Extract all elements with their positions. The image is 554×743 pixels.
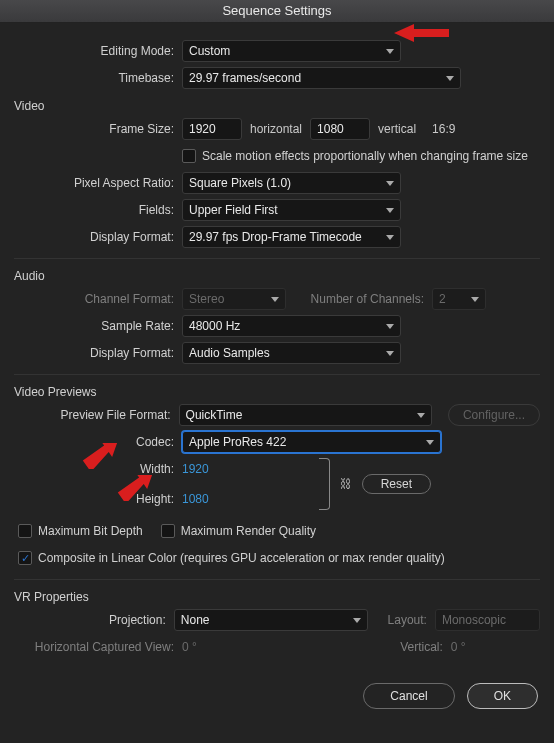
projection-label: Projection:	[14, 613, 174, 627]
video-display-format-label: Display Format:	[14, 230, 182, 244]
ok-button[interactable]: OK	[467, 683, 538, 709]
chevron-down-icon	[471, 297, 479, 302]
num-channels-label: Number of Channels:	[286, 292, 432, 306]
chevron-down-icon	[353, 618, 361, 623]
preview-file-format-label: Preview File Format:	[14, 408, 179, 422]
sample-rate-label: Sample Rate:	[14, 319, 182, 333]
audio-section-header: Audio	[14, 269, 540, 283]
checkbox-icon	[161, 524, 175, 538]
horizontal-label: horizontal	[250, 122, 302, 136]
previews-section-header: Video Previews	[14, 385, 540, 399]
chevron-down-icon	[386, 324, 394, 329]
frame-width-input[interactable]: 1920	[182, 118, 242, 140]
frame-height-input[interactable]: 1080	[310, 118, 370, 140]
timebase-value: 29.97 frames/second	[189, 71, 301, 85]
vertical-label: vertical	[378, 122, 416, 136]
divider	[14, 258, 540, 259]
horiz-captured-value: 0 °	[182, 640, 197, 654]
chevron-down-icon	[386, 208, 394, 213]
layout-value: Monoscopic	[442, 613, 506, 627]
video-display-format-value: 29.97 fps Drop-Frame Timecode	[189, 230, 362, 244]
horiz-captured-label: Horizontal Captured View:	[14, 640, 182, 654]
sample-rate-select[interactable]: 48000 Hz	[182, 315, 401, 337]
projection-select[interactable]: None	[174, 609, 368, 631]
max-bit-depth-checkbox[interactable]: Maximum Bit Depth	[18, 524, 143, 538]
link-icon[interactable]: ⛓	[340, 477, 352, 491]
fields-value: Upper Field First	[189, 203, 278, 217]
audio-display-format-select[interactable]: Audio Samples	[182, 342, 401, 364]
preview-width-value[interactable]: 1920	[182, 462, 209, 476]
chevron-down-icon	[271, 297, 279, 302]
preview-file-format-value: QuickTime	[186, 408, 243, 422]
num-channels-select: 2	[432, 288, 486, 310]
configure-button: Configure...	[448, 404, 540, 426]
chevron-down-icon	[417, 413, 425, 418]
composite-linear-checkbox[interactable]: Composite in Linear Color (requires GPU …	[18, 551, 445, 565]
chevron-down-icon	[386, 351, 394, 356]
channel-format-select: Stereo	[182, 288, 286, 310]
chevron-down-icon	[386, 181, 394, 186]
vr-section-header: VR Properties	[14, 590, 540, 604]
divider	[14, 579, 540, 580]
chevron-down-icon	[426, 440, 434, 445]
vert-captured-value: 0 °	[451, 640, 466, 654]
codec-label: Codec:	[14, 435, 182, 449]
editing-mode-label: Editing Mode:	[14, 44, 182, 58]
chevron-down-icon	[446, 76, 454, 81]
divider	[14, 374, 540, 375]
num-channels-value: 2	[439, 292, 446, 306]
checkbox-icon	[182, 149, 196, 163]
audio-display-format-label: Display Format:	[14, 346, 182, 360]
par-label: Pixel Aspect Ratio:	[14, 176, 182, 190]
timebase-label: Timebase:	[14, 71, 182, 85]
preview-width-label: Width:	[14, 462, 182, 476]
preview-height-label: Height:	[14, 492, 182, 506]
checkbox-checked-icon	[18, 551, 32, 565]
editing-mode-select[interactable]: Custom	[182, 40, 401, 62]
par-value: Square Pixels (1.0)	[189, 176, 291, 190]
scale-motion-label: Scale motion effects proportionally when…	[202, 149, 528, 163]
video-display-format-select[interactable]: 29.97 fps Drop-Frame Timecode	[182, 226, 401, 248]
checkbox-icon	[18, 524, 32, 538]
codec-select[interactable]: Apple ProRes 422	[182, 431, 441, 453]
channel-format-value: Stereo	[189, 292, 224, 306]
preview-file-format-select[interactable]: QuickTime	[179, 404, 433, 426]
cancel-button[interactable]: Cancel	[363, 683, 454, 709]
sample-rate-value: 48000 Hz	[189, 319, 240, 333]
channel-format-label: Channel Format:	[14, 292, 182, 306]
layout-select: Monoscopic	[435, 609, 540, 631]
dialog-titlebar: Sequence Settings	[0, 0, 554, 23]
video-section-header: Video	[14, 99, 540, 113]
par-select[interactable]: Square Pixels (1.0)	[182, 172, 401, 194]
scale-motion-checkbox[interactable]: Scale motion effects proportionally when…	[182, 149, 528, 163]
codec-value: Apple ProRes 422	[189, 435, 286, 449]
dimension-bracket-icon	[319, 458, 330, 510]
chevron-down-icon	[386, 235, 394, 240]
dialog-title: Sequence Settings	[222, 3, 331, 18]
max-render-quality-checkbox[interactable]: Maximum Render Quality	[161, 524, 316, 538]
aspect-ratio: 16:9	[432, 122, 455, 136]
fields-select[interactable]: Upper Field First	[182, 199, 401, 221]
editing-mode-value: Custom	[189, 44, 230, 58]
projection-value: None	[181, 613, 210, 627]
vert-captured-label: Vertical:	[197, 640, 451, 654]
chevron-down-icon	[386, 49, 394, 54]
timebase-select[interactable]: 29.97 frames/second	[182, 67, 461, 89]
reset-button[interactable]: Reset	[362, 474, 431, 494]
layout-label: Layout:	[368, 613, 435, 627]
fields-label: Fields:	[14, 203, 182, 217]
preview-height-value[interactable]: 1080	[182, 492, 209, 506]
audio-display-format-value: Audio Samples	[189, 346, 270, 360]
frame-size-label: Frame Size:	[14, 122, 182, 136]
